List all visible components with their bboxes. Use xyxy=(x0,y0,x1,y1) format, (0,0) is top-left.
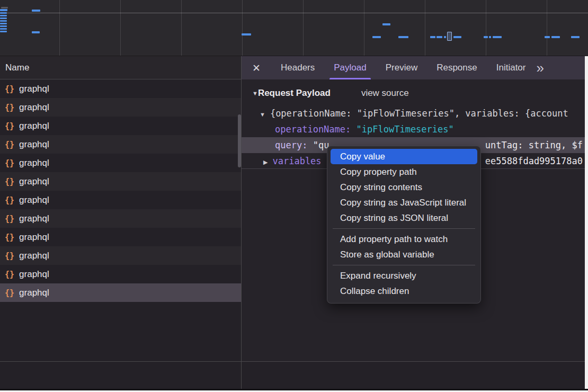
json-braces-icon: {} xyxy=(5,103,14,112)
json-braces-icon: {} xyxy=(5,121,14,131)
tab-preview[interactable]: Preview xyxy=(376,56,427,79)
context-menu: Copy valueCopy property pathCopy string … xyxy=(327,146,481,304)
timeline-request-bar xyxy=(444,36,446,38)
request-name-label: graphql xyxy=(19,251,49,261)
menu-item-store-as-global-variable[interactable]: Store as global variable xyxy=(331,247,477,262)
section-title: Request Payload xyxy=(258,88,331,98)
timeline-request-bar xyxy=(382,23,390,25)
timeline-gridline xyxy=(364,0,364,56)
timeline-request-bar xyxy=(0,20,7,22)
request-row-graphql[interactable]: {}graphql xyxy=(0,117,241,135)
request-row-graphql[interactable]: {}graphql xyxy=(0,135,241,154)
timeline-request-bar xyxy=(489,36,491,38)
json-braces-icon: {} xyxy=(5,84,14,94)
timeline-request-bar xyxy=(242,33,251,35)
json-braces-icon: {} xyxy=(5,251,14,261)
json-braces-icon: {} xyxy=(5,158,14,168)
request-row-graphql[interactable]: {}graphql xyxy=(0,172,241,191)
menu-item-copy-string-contents[interactable]: Copy string contents xyxy=(331,180,477,195)
requests-pane: Name {}graphql{}graphql{}graphql{}graphq… xyxy=(0,56,241,361)
timeline-request-bar xyxy=(453,36,461,38)
timeline-request-bar xyxy=(372,36,381,38)
request-name-label: graphql xyxy=(19,84,49,94)
tab-initiator[interactable]: Initiator xyxy=(487,56,536,79)
request-row-graphql[interactable]: {}graphql xyxy=(0,228,241,246)
timeline-gray-bar xyxy=(1,7,8,8)
timeline-request-bar xyxy=(545,36,550,38)
json-braces-icon: {} xyxy=(5,233,14,242)
request-name-label: graphql xyxy=(19,102,49,113)
request-name-label: graphql xyxy=(19,213,49,224)
close-icon[interactable]: ✕ xyxy=(242,62,271,74)
timeline-gridline xyxy=(425,0,425,56)
name-column-header[interactable]: Name xyxy=(0,56,241,79)
menu-item-copy-value[interactable]: Copy value xyxy=(331,149,477,164)
timeline-request-bar xyxy=(0,15,7,16)
footer-divider xyxy=(0,361,588,362)
operation-name-row[interactable]: operationName: "ipFlowTimeseries" xyxy=(242,121,585,137)
payload-root-row[interactable]: ▼{operationName: "ipFlowTimeseries", var… xyxy=(242,105,585,121)
network-overview-strip[interactable] xyxy=(0,0,588,56)
property-key: variables xyxy=(268,156,321,166)
request-row-graphql[interactable]: {}graphql xyxy=(0,154,241,172)
request-row-graphql[interactable]: {}graphql xyxy=(0,79,241,98)
menu-item-copy-property-path[interactable]: Copy property path xyxy=(331,164,477,180)
menu-item-collapse-children[interactable]: Collapse children xyxy=(331,283,477,299)
menu-item-copy-string-as-json-literal[interactable]: Copy string as JSON literal xyxy=(331,210,477,226)
request-payload-header: ▼Request Payloadview source xyxy=(242,79,585,99)
timeline-request-bar xyxy=(571,36,580,38)
request-name-label: graphql xyxy=(19,288,49,298)
request-detail-tabbar: ✕ HeadersPayloadPreviewResponseInitiator… xyxy=(242,56,585,79)
json-braces-icon: {} xyxy=(5,214,14,224)
timeline-request-bar xyxy=(430,36,435,38)
request-row-graphql[interactable]: {}graphql xyxy=(0,265,241,283)
tab-response[interactable]: Response xyxy=(427,56,487,79)
request-row-graphql[interactable]: {}graphql xyxy=(0,98,241,117)
menu-divider xyxy=(333,228,475,229)
timeline-request-bar xyxy=(0,25,7,27)
timeline-selection-marker xyxy=(447,32,452,41)
request-name-label: graphql xyxy=(19,176,49,187)
menu-item-copy-string-as-javascript-literal[interactable]: Copy string as JavaScript literal xyxy=(331,195,477,210)
property-key: query: xyxy=(275,140,313,150)
timeline-request-bar xyxy=(0,23,7,24)
tab-headers[interactable]: Headers xyxy=(271,56,324,79)
timeline-request-bar xyxy=(0,31,7,32)
timeline-gridline xyxy=(486,0,486,56)
more-tabs-icon[interactable]: » xyxy=(536,56,544,79)
menu-item-add-property-path-to-watch[interactable]: Add property path to watch xyxy=(331,231,477,247)
devtools-network-panel: Name {}graphql{}graphql{}graphql{}graphq… xyxy=(0,0,588,392)
request-row-graphql[interactable]: {}graphql xyxy=(0,283,241,302)
collapse-triangle-icon[interactable]: ▼ xyxy=(252,90,258,96)
request-row-graphql[interactable]: {}graphql xyxy=(0,246,241,265)
request-row-graphql[interactable]: {}graphql xyxy=(0,191,241,209)
json-braces-icon: {} xyxy=(5,270,14,279)
timeline-request-bar xyxy=(484,36,488,38)
timeline-request-bar xyxy=(32,10,40,12)
timeline-request-bar xyxy=(0,17,7,19)
timeline-request-bar xyxy=(436,36,442,38)
tab-items: HeadersPayloadPreviewResponseInitiator xyxy=(271,56,535,79)
property-value-end: untTag: string, $f xyxy=(485,137,583,153)
request-name-label: graphql xyxy=(19,121,49,131)
expanded-triangle-icon[interactable]: ▼ xyxy=(260,106,265,122)
view-source-link[interactable]: view source xyxy=(361,88,409,98)
json-braces-icon: {} xyxy=(5,177,14,186)
request-row-graphql[interactable]: {}graphql xyxy=(0,209,241,228)
timeline-gridline xyxy=(120,0,121,56)
menu-divider xyxy=(333,265,475,265)
timeline-request-bar xyxy=(0,9,7,11)
timeline-gridline xyxy=(0,13,588,13)
request-list: {}graphql{}graphql{}graphql{}graphql{}gr… xyxy=(0,79,241,302)
screenshot-edge xyxy=(585,56,588,392)
menu-item-expand-recursively[interactable]: Expand recursively xyxy=(331,268,477,283)
tab-payload[interactable]: Payload xyxy=(324,56,376,79)
timeline-gridline xyxy=(242,0,243,56)
json-braces-icon: {} xyxy=(5,195,14,205)
request-name-label: graphql xyxy=(19,195,49,206)
json-braces-icon: {} xyxy=(5,140,14,149)
timeline-request-bar xyxy=(551,36,560,38)
property-value: "ipFlowTimeseries" xyxy=(357,124,454,135)
timeline-request-bar xyxy=(0,28,7,30)
property-key: operationName: xyxy=(275,124,357,135)
